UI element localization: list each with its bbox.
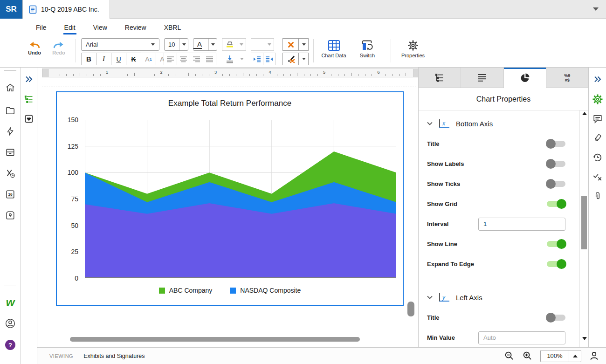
formula-history-button[interactable] bbox=[5, 168, 16, 179]
menu-file[interactable]: File bbox=[36, 19, 47, 36]
zoom-in-icon[interactable] bbox=[522, 350, 533, 361]
files-button[interactable] bbox=[5, 105, 16, 116]
heart-box-icon bbox=[24, 114, 34, 124]
min-value-input[interactable] bbox=[478, 331, 565, 344]
area-series-unnamed bbox=[85, 203, 396, 278]
number-format-icon: %9 #$ bbox=[564, 73, 570, 82]
menu-xbrl[interactable]: XBRL bbox=[164, 19, 181, 36]
axis-y-icon: y bbox=[439, 293, 449, 302]
collapse-toolbar-icon[interactable] bbox=[593, 7, 599, 11]
undo-button[interactable]: Undo bbox=[24, 40, 45, 55]
status-bar: VIEWING Exhibits and Signatures 100% bbox=[37, 347, 606, 364]
workiva-logo[interactable]: w bbox=[6, 296, 15, 309]
style-select[interactable] bbox=[251, 38, 274, 51]
title-toggle[interactable] bbox=[547, 315, 565, 321]
align-left-button[interactable] bbox=[164, 53, 177, 65]
legend-item-abc-company: ABC Company bbox=[159, 287, 213, 294]
label-button[interactable] bbox=[593, 133, 602, 143]
align-right-button[interactable] bbox=[190, 53, 203, 65]
section-bottom-axis[interactable]: xBottom Axis bbox=[427, 115, 565, 132]
zoom-out-icon[interactable] bbox=[504, 350, 515, 361]
zoom-level-select[interactable]: 100% bbox=[540, 350, 581, 362]
format-b-button[interactable]: B bbox=[81, 53, 96, 65]
comments-button[interactable] bbox=[592, 114, 603, 124]
section-left-axis[interactable]: yLeft Axis bbox=[427, 289, 565, 306]
ideas-button[interactable] bbox=[5, 210, 16, 220]
font-family-select[interactable]: Arial bbox=[81, 38, 159, 51]
align-justify-button[interactable] bbox=[203, 53, 216, 65]
format-i-button[interactable]: I bbox=[96, 53, 111, 65]
help-button[interactable]: ? bbox=[5, 340, 15, 350]
align-center-button[interactable] bbox=[177, 53, 190, 65]
ruler-number: 5 bbox=[323, 70, 325, 75]
favorites-button[interactable] bbox=[24, 114, 34, 124]
title-toggle[interactable] bbox=[547, 141, 565, 147]
y-axis-tick-label: 75 bbox=[60, 195, 78, 203]
properties-panel: %9 #$ Chart Properties xBottom AxisTitle… bbox=[418, 68, 588, 347]
collapse-panel-button[interactable] bbox=[593, 76, 602, 82]
clear-direct-formatting-button[interactable] bbox=[282, 53, 309, 65]
document-canvas: 123456 Example Total Return Performance … bbox=[37, 68, 418, 347]
history-button[interactable] bbox=[592, 152, 603, 163]
menu-view[interactable]: View bbox=[93, 19, 107, 36]
show-labels-toggle[interactable] bbox=[547, 161, 565, 167]
show-grid-toggle[interactable] bbox=[547, 201, 565, 207]
eraser-tag-icon bbox=[593, 133, 602, 143]
properties-panel-button[interactable] bbox=[592, 94, 603, 105]
panel-scrollbar[interactable] bbox=[581, 112, 588, 340]
tab-number-format[interactable]: %9 #$ bbox=[546, 68, 588, 88]
chevron-down-icon bbox=[302, 43, 306, 46]
app-logo[interactable]: SR bbox=[0, 0, 22, 19]
format-u-button[interactable]: U bbox=[111, 53, 126, 65]
selected-chart[interactable]: Example Total Return Performance 1501251… bbox=[56, 91, 404, 306]
account-button[interactable] bbox=[5, 318, 16, 329]
chart-data-button[interactable]: Chart Data bbox=[315, 40, 352, 58]
activity-button[interactable] bbox=[6, 126, 15, 137]
outdent-button[interactable] bbox=[251, 53, 263, 65]
show-line-toggle[interactable] bbox=[547, 241, 565, 247]
user-icon[interactable] bbox=[589, 350, 599, 361]
attachments-button[interactable] bbox=[593, 191, 602, 201]
property-row-bottom-axis-show-ticks: Show Ticks bbox=[427, 174, 565, 194]
tab-chart-properties[interactable] bbox=[504, 68, 546, 88]
calendar-button[interactable]: 16 bbox=[5, 189, 16, 199]
line-spacing-button[interactable] bbox=[222, 53, 246, 65]
indent-button[interactable] bbox=[263, 53, 275, 65]
property-row-bottom-axis-title: Title bbox=[427, 134, 565, 154]
panel-scrollbar-thumb[interactable] bbox=[581, 196, 587, 249]
interval-input[interactable] bbox=[478, 218, 565, 231]
home-button[interactable] bbox=[5, 82, 16, 93]
legend-label: ABC Company bbox=[169, 287, 213, 294]
chevron-down-icon bbox=[240, 43, 243, 46]
properties-button[interactable]: Properties bbox=[394, 40, 432, 58]
font-color-button[interactable]: A bbox=[193, 38, 217, 51]
archive-button[interactable] bbox=[5, 147, 16, 158]
menu-edit[interactable]: Edit bbox=[64, 19, 76, 36]
ruler-number: 6 bbox=[377, 70, 379, 75]
outline-button[interactable] bbox=[24, 95, 34, 104]
scroll-down-arrow[interactable] bbox=[582, 337, 587, 340]
outdent-icon bbox=[253, 56, 261, 62]
clear-formatting-button[interactable] bbox=[282, 38, 309, 51]
format-superscript-button[interactable]: A1 bbox=[141, 53, 156, 65]
menu-review[interactable]: Review bbox=[125, 19, 146, 36]
chart-legend: ABC CompanyNASDAQ Composite bbox=[57, 287, 403, 294]
show-ticks-toggle[interactable] bbox=[547, 181, 565, 187]
tab-styles[interactable] bbox=[419, 68, 461, 88]
highlight-button[interactable] bbox=[222, 38, 246, 51]
expand-to-edge-toggle[interactable] bbox=[547, 261, 565, 267]
redo-button[interactable]: Redo bbox=[48, 40, 69, 55]
tab-text-properties[interactable] bbox=[461, 68, 503, 88]
font-size-select[interactable]: 10 bbox=[164, 38, 188, 51]
horizontal-scrollbar-thumb[interactable] bbox=[70, 337, 360, 342]
indent-icon bbox=[265, 56, 273, 62]
expand-panel-button[interactable] bbox=[25, 76, 33, 82]
format-k-button[interactable]: K bbox=[126, 53, 141, 65]
pin-box-icon bbox=[5, 210, 16, 220]
scroll-up-arrow[interactable] bbox=[582, 112, 587, 115]
switch-button[interactable]: Switch bbox=[351, 40, 384, 58]
track-changes-button[interactable] bbox=[592, 172, 603, 182]
document-tab[interactable]: 10-Q 2019 ABC Inc. bbox=[22, 0, 110, 19]
vertical-scrollbar-thumb[interactable] bbox=[407, 302, 414, 316]
chart-plot-area bbox=[85, 120, 396, 278]
